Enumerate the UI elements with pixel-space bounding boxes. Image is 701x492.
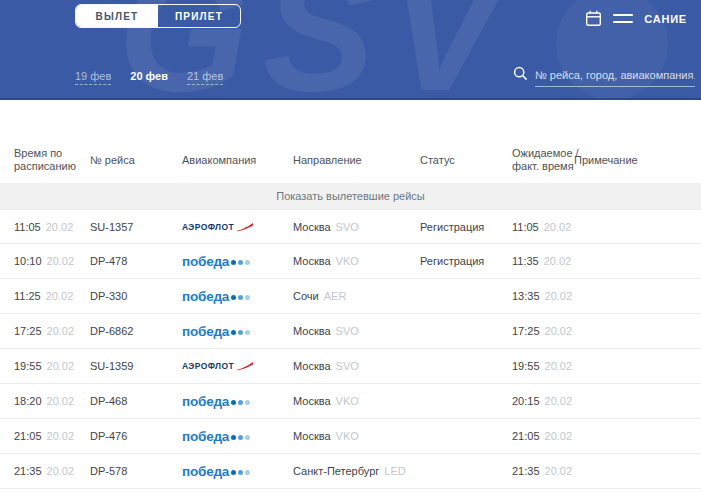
search-input[interactable] (535, 69, 695, 87)
col-status: Статус (420, 154, 512, 167)
scheduled-time: 11:25 (14, 290, 41, 302)
header: GSV ВЫЛЕТ ПРИЛЕТ САНИЕ 19 фев 20 фев (0, 0, 701, 100)
airport-code: SVO (336, 221, 359, 233)
pobeda-name: победа (182, 464, 229, 479)
scheduled-date: 20.02 (47, 430, 75, 442)
pobeda-dots-icon (231, 400, 250, 405)
flight-row[interactable]: 21:3520.02 DP-578 победа Санкт-Петербург… (0, 454, 701, 489)
scheduled-time-cell: 21:3520.02 (14, 465, 90, 477)
destination-cell: МоскваSVO (293, 325, 420, 337)
aeroflot-flag-icon (236, 361, 254, 371)
date-tab-next[interactable]: 21 фев (187, 70, 223, 85)
destination-cell: МоскваSVO (293, 360, 420, 372)
expected-time: 17:25 (512, 325, 540, 337)
destination-city: Москва (293, 430, 331, 442)
expected-time-cell: 13:3520.02 (512, 290, 574, 302)
expected-date: 20.02 (544, 255, 572, 267)
menu-button[interactable] (613, 14, 633, 23)
tab-arrivals[interactable]: ПРИЛЕТ (158, 5, 240, 27)
expected-date: 20.02 (544, 221, 572, 233)
expected-date: 20.02 (545, 290, 573, 302)
expected-time-cell: 11:3520.02 (512, 255, 574, 267)
scheduled-time: 19:55 (14, 360, 42, 372)
airline-cell: АЭРОФЛОТ (182, 361, 293, 371)
destination-cell: Санкт-ПетербургLED (293, 465, 420, 477)
col-flight-number: № рейса (90, 154, 182, 167)
airline-cell: АЭРОФЛОТ (182, 222, 293, 232)
scheduled-date: 20.02 (47, 255, 75, 267)
date-tabs: 19 фев 20 фев 21 фев (75, 70, 223, 85)
scheduled-time: 11:05 (14, 221, 41, 233)
flight-number: SU-1357 (90, 221, 182, 233)
scheduled-date: 20.02 (46, 290, 74, 302)
pobeda-name: победа (182, 324, 229, 339)
scheduled-time: 21:05 (14, 430, 42, 442)
flight-row[interactable]: 17:2520.02 DP-6862 победа МоскваSVO 17:2… (0, 314, 701, 349)
flight-row[interactable]: 19:5520.02 SU-1359 АЭРОФЛОТ МоскваSVO 19… (0, 349, 701, 384)
pobeda-dots-icon (231, 330, 250, 335)
flight-row[interactable]: 10:1020.02 DP-478 победа МоскваVKO Регис… (0, 244, 701, 279)
flight-number: DP-468 (90, 395, 182, 407)
nav-menu-label[interactable]: САНИЕ (644, 13, 687, 25)
flight-row[interactable]: 11:0520.02 SU-1357 АЭРОФЛОТ МоскваSVO Ре… (0, 209, 701, 244)
destination-city: Сочи (293, 290, 319, 302)
calendar-button[interactable] (585, 10, 602, 27)
destination-cell: МоскваVKO (293, 255, 420, 267)
pobeda-name: победа (182, 394, 229, 409)
scheduled-time: 21:35 (14, 465, 42, 477)
airport-code: AER (324, 290, 347, 302)
scheduled-date: 20.02 (47, 465, 75, 477)
destination-city: Санкт-Петербург (293, 465, 379, 477)
expected-time-cell: 21:3520.02 (512, 465, 574, 477)
expected-time: 21:35 (512, 465, 540, 477)
scheduled-date: 20.02 (46, 221, 74, 233)
expected-time-cell: 21:0520.02 (512, 430, 574, 442)
date-tab-current[interactable]: 20 фев (130, 70, 168, 84)
pobeda-name: победа (182, 429, 229, 444)
calendar-icon (585, 10, 602, 27)
expected-time: 21:05 (512, 430, 540, 442)
airline-cell: победа (182, 289, 293, 304)
status-text: Регистрация (420, 221, 512, 233)
scheduled-time-cell: 18:2020.02 (14, 395, 90, 407)
destination-city: Москва (293, 325, 331, 337)
tab-departures[interactable]: ВЫЛЕТ (76, 5, 158, 27)
destination-city: Москва (293, 221, 331, 233)
destination-city: Москва (293, 360, 331, 372)
search-icon (513, 66, 528, 81)
flight-row[interactable]: 18:2020.02 DP-468 победа МоскваVKO 20:15… (0, 384, 701, 419)
expected-time-cell: 11:0520.02 (512, 221, 574, 233)
pobeda-dots-icon (231, 295, 250, 300)
airline-cell: победа (182, 394, 293, 409)
scheduled-date: 20.02 (47, 325, 75, 337)
flight-row[interactable]: 21:0520.02 DP-476 победа МоскваVKO 21:05… (0, 419, 701, 454)
expected-time: 11:35 (512, 255, 539, 267)
col-scheduled-time: Время по расписанию (14, 147, 90, 173)
col-destination: Направление (293, 154, 420, 167)
flight-number: DP-476 (90, 430, 182, 442)
destination-cell: СочиAER (293, 290, 420, 302)
show-departed-flights-button[interactable]: Показать вылетевшие рейсы (0, 183, 701, 209)
scheduled-time: 17:25 (14, 325, 42, 337)
table-body: 11:0520.02 SU-1357 АЭРОФЛОТ МоскваSVO Ре… (0, 209, 701, 489)
aeroflot-logo: АЭРОФЛОТ (182, 361, 293, 371)
hamburger-icon (613, 14, 633, 23)
aeroflot-logo: АЭРОФЛОТ (182, 222, 293, 232)
expected-time-cell: 20:1520.02 (512, 395, 574, 407)
destination-cell: МоскваSVO (293, 221, 420, 233)
scheduled-time: 10:10 (14, 255, 42, 267)
expected-time: 13:35 (512, 290, 540, 302)
scheduled-date: 20.02 (47, 360, 75, 372)
aeroflot-name: АЭРОФЛОТ (182, 222, 234, 232)
date-tab-prev[interactable]: 19 фев (75, 70, 111, 85)
expected-time-cell: 17:2520.02 (512, 325, 574, 337)
col-airline: Авиакомпания (182, 154, 293, 167)
table-header: Время по расписанию № рейса Авиакомпания… (0, 100, 701, 183)
expected-time: 19:55 (512, 360, 540, 372)
scheduled-time-cell: 19:5520.02 (14, 360, 90, 372)
flight-row[interactable]: 11:2520.02 DP-330 победа СочиAER 13:3520… (0, 279, 701, 314)
pobeda-logo: победа (182, 254, 293, 269)
pobeda-logo: победа (182, 464, 293, 479)
airline-cell: победа (182, 464, 293, 479)
pobeda-logo: победа (182, 394, 293, 409)
